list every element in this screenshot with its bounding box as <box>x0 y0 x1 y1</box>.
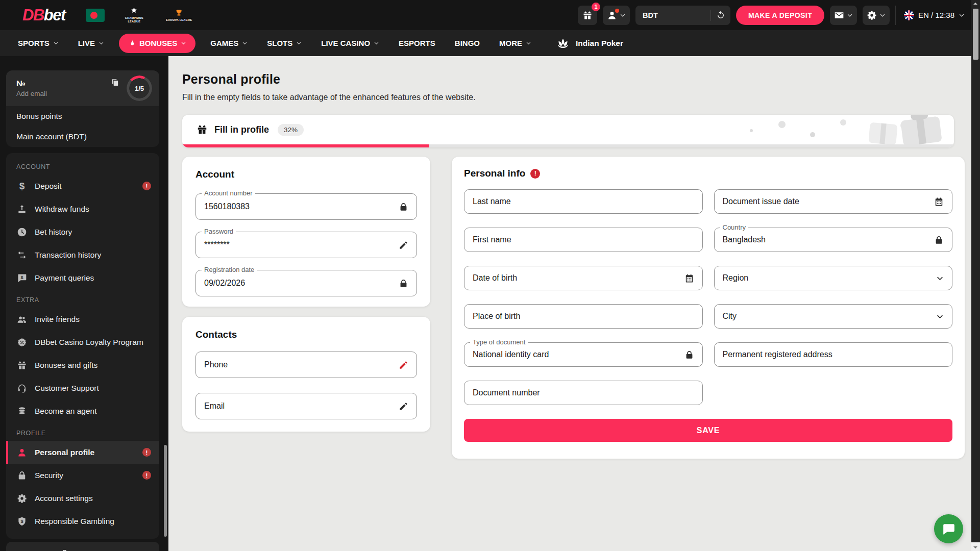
top-bar: DB bet CHAMPIONS LEAGUE EUROPA LEAGUE 1 … <box>0 0 980 30</box>
first-name-field[interactable]: First name <box>464 228 703 252</box>
page-subtitle: Fill in the empty fields to take advanta… <box>182 93 476 102</box>
personal-info-title: Personal info <box>464 168 525 179</box>
nav-bonuses[interactable]: BONUSES <box>119 34 195 53</box>
chevron-down-icon <box>374 40 379 46</box>
sidebar-item-loyalty-program[interactable]: DBbet Casino Loyalty Program <box>6 331 159 354</box>
password-field[interactable]: Password ******** <box>195 232 417 258</box>
region-select[interactable]: Region <box>714 266 953 290</box>
profile-progress-ring: 1/5 <box>127 76 152 101</box>
sidebar-item-responsible-gambling[interactable]: Responsible Gambling <box>6 510 159 533</box>
settings-button[interactable] <box>863 6 890 25</box>
document-number-field[interactable]: Document number <box>464 381 703 405</box>
clock-icon <box>16 227 28 238</box>
progress-label: 1/5 <box>127 76 152 101</box>
sidebar-item-security[interactable]: Security ! <box>6 464 159 487</box>
gift-notifications-button[interactable]: 1 <box>578 6 597 25</box>
add-email-label[interactable]: Add email <box>16 90 111 97</box>
section-account: ACCOUNT <box>6 156 159 174</box>
currency-selector[interactable]: BDT <box>635 6 730 25</box>
chevron-down-icon <box>99 40 104 46</box>
chat-button[interactable] <box>934 514 963 543</box>
nav-games[interactable]: GAMES <box>201 30 257 56</box>
coins-icon <box>16 406 28 417</box>
email-field[interactable]: Email <box>195 393 417 419</box>
chevron-down-icon <box>526 40 531 46</box>
top-bar-actions: 1 BDT MAKE A DEPOSIT EN / 12:3 <box>578 6 965 25</box>
phone-field[interactable]: Phone <box>195 352 417 378</box>
sidebar-item-main-account[interactable]: Main account (BDT) <box>6 127 159 147</box>
alert-badge: ! <box>142 471 151 480</box>
nav-slots[interactable]: SLOTS <box>257 30 311 56</box>
document-issue-date-field[interactable]: Document issue date <box>714 189 953 214</box>
last-name-field[interactable]: Last name <box>464 189 703 214</box>
nav-sports[interactable]: SPORTS <box>8 30 68 56</box>
contacts-card-title: Contacts <box>195 329 417 340</box>
gear-icon <box>16 493 28 504</box>
tab-fill-in-profile[interactable]: Fill in profile 32% <box>182 115 954 144</box>
language-time-selector[interactable]: EN / 12:38 <box>895 6 965 25</box>
save-button[interactable]: SAVE <box>464 419 952 442</box>
lock-icon <box>16 470 28 481</box>
person-icon <box>16 447 28 458</box>
sidebar-item-account-settings[interactable]: Account settings <box>6 487 159 510</box>
page-scrollbar[interactable] <box>971 0 980 551</box>
nav-esports[interactable]: ESPORTS <box>389 30 445 56</box>
sidebar-item-bet-history[interactable]: Bet history <box>6 220 159 243</box>
pencil-icon[interactable] <box>399 240 408 250</box>
trophy-icon <box>175 9 183 17</box>
sidebar-item-invite-friends[interactable]: Invite friends <box>6 308 159 331</box>
sidebar-item-personal-profile[interactable]: Personal profile ! <box>6 441 159 464</box>
pencil-icon[interactable] <box>399 402 408 411</box>
locale-label: EN / 12:38 <box>918 11 954 19</box>
refresh-balance-button[interactable] <box>716 11 725 20</box>
scrollbar-thumb[interactable] <box>973 9 978 60</box>
section-profile: PROFILE <box>6 422 159 441</box>
copy-icon[interactable] <box>111 78 119 87</box>
nav-live[interactable]: LIVE <box>68 30 114 56</box>
sidebar-item-transaction-history[interactable]: Transaction history <box>6 243 159 266</box>
account-menu-button[interactable] <box>603 6 630 25</box>
make-a-deposit-button[interactable]: MAKE A DEPOSIT <box>736 6 824 25</box>
profile-completion-badge: 32% <box>278 124 304 136</box>
headset-icon <box>16 383 28 394</box>
dollar-icon: $ <box>16 181 28 192</box>
sidebar-account-card: № Add email 1/5 Bonus points Main accoun… <box>6 70 159 147</box>
chevron-down-icon <box>296 40 302 46</box>
uk-flag-icon <box>904 10 914 20</box>
nav-live-casino[interactable]: LIVE CASINO <box>311 30 389 56</box>
place-of-birth-field[interactable]: Place of birth <box>464 304 703 329</box>
scroll-down-arrow[interactable] <box>973 546 977 548</box>
calendar-icon[interactable] <box>934 197 944 207</box>
sidebar-item-customer-support[interactable]: Customer Support <box>6 377 159 399</box>
nav-indian-poker[interactable]: Indian Poker <box>555 37 623 49</box>
pencil-icon[interactable] <box>399 360 408 370</box>
scroll-up-arrow[interactable] <box>973 3 977 5</box>
sidebar-item-become-an-agent[interactable]: Become an agent <box>6 399 159 422</box>
sidebar-scrollbar-thumb[interactable] <box>164 445 167 537</box>
logo-db: DB <box>22 6 44 24</box>
messages-button[interactable] <box>830 6 857 25</box>
calendar-icon[interactable] <box>684 273 694 283</box>
dbbet-logo[interactable]: DB bet <box>22 6 65 24</box>
account-summary: № Add email 1/5 <box>6 70 159 106</box>
section-extra: EXTRA <box>6 289 159 308</box>
logout-button[interactable]: Log out <box>6 542 159 551</box>
gear-icon <box>867 10 877 20</box>
bangladesh-flag-icon <box>86 9 105 22</box>
permanent-address-field[interactable]: Permanent registered address <box>714 342 953 367</box>
starball-icon <box>130 7 138 15</box>
sidebar-item-bonus-points[interactable]: Bonus points <box>6 106 159 127</box>
sidebar-item-bonuses-and-gifts[interactable]: Bonuses and gifts <box>6 354 159 377</box>
sidebar-item-deposit[interactable]: $ Deposit ! <box>6 174 159 197</box>
chevron-down-icon <box>936 274 944 282</box>
city-select[interactable]: City <box>714 304 953 329</box>
chevron-down-icon <box>847 12 853 18</box>
nav-more[interactable]: MORE <box>489 30 541 56</box>
nav-bingo[interactable]: BINGO <box>445 30 489 56</box>
sidebar-item-payment-queries[interactable]: Payment queries <box>6 266 159 289</box>
date-of-birth-field[interactable]: Date of birth <box>464 266 703 290</box>
account-card-title: Account <box>195 169 417 180</box>
lock-icon <box>934 235 944 245</box>
champions-league-logo: CHAMPIONS LEAGUE <box>119 7 150 23</box>
sidebar-item-withdraw-funds[interactable]: Withdraw funds <box>6 197 159 220</box>
